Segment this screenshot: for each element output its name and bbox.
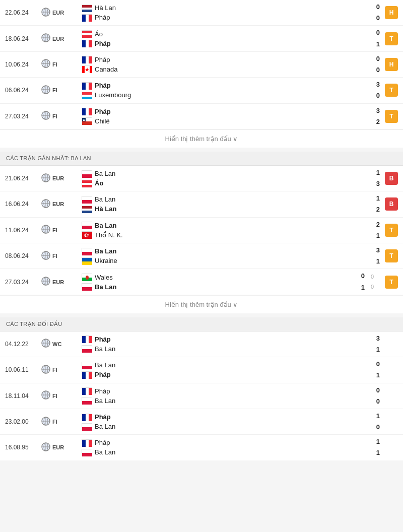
score2: 2 [376, 117, 380, 126]
team1-line: Pháp [82, 386, 360, 396]
team2-line: Ba Lan [82, 344, 360, 354]
team1-flag [82, 30, 92, 37]
team2-name: Pháp [95, 40, 111, 47]
team1-line: Áo [82, 29, 360, 39]
team1-flag [82, 108, 92, 115]
competition: EUR [41, 277, 82, 287]
team2-flag [82, 180, 92, 187]
team1-name: Ba Lan [95, 170, 115, 177]
scores: 31 [360, 246, 380, 266]
scores: 30 [360, 80, 380, 100]
show-more-button[interactable]: Hiển thị thêm trận đấu ∨ [0, 129, 403, 148]
svg-rect-6 [82, 10, 92, 12]
penalty1: 0 [371, 273, 374, 281]
svg-rect-65 [82, 196, 92, 200]
team2-flag [82, 14, 92, 21]
competition-globe-icon [41, 111, 50, 121]
competition-globe-icon [41, 417, 50, 427]
team1-name: Pháp [95, 336, 111, 343]
svg-rect-59 [82, 183, 92, 185]
teams: PhápBa Lan [82, 412, 360, 431]
team2-flag [82, 206, 92, 213]
team2-name: Ukraine [95, 257, 117, 264]
scores: 21 [360, 220, 380, 240]
svg-rect-26 [89, 56, 92, 63]
svg-rect-46 [86, 108, 89, 115]
svg-rect-19 [89, 40, 92, 47]
teams: Ba LanHà Lan [82, 194, 360, 214]
svg-rect-17 [82, 40, 86, 47]
svg-rect-40 [82, 97, 92, 99]
svg-rect-140 [82, 449, 92, 453]
competition: FI [41, 59, 82, 70]
team2-flag [82, 231, 92, 238]
scores: 01 [360, 360, 380, 380]
score2: 1 [361, 283, 365, 292]
svg-rect-16 [82, 35, 92, 38]
competition-globe-icon [41, 225, 50, 235]
svg-rect-35 [82, 83, 86, 90]
score2: 3 [376, 179, 380, 188]
match-date: 08.06.24 [5, 252, 41, 259]
team2-name: Thổ N. K. [95, 231, 123, 239]
competition: FI [41, 365, 82, 375]
result-badge: H [385, 58, 398, 71]
team2-name: Pháp [95, 14, 110, 21]
team2-name: Pháp [95, 371, 111, 378]
team2-name: Ba Lan [95, 283, 116, 291]
team1-line: Pháp [82, 412, 360, 422]
team2-line: Pháp [82, 370, 360, 379]
svg-point-78 [86, 234, 88, 237]
section-doi-dau: Các trận đối đầu04.12.22 WCPhápBa Lan311… [0, 317, 403, 460]
competition-globe-icon [41, 365, 50, 375]
svg-rect-8 [86, 15, 89, 22]
team1-name: Ba Lan [95, 361, 115, 369]
svg-rect-14 [82, 31, 92, 33]
score2: 0 [376, 91, 380, 100]
svg-rect-132 [82, 427, 92, 431]
svg-rect-114 [89, 372, 92, 379]
team2-name: Chilê [95, 117, 110, 125]
svg-rect-141 [82, 453, 92, 456]
svg-rect-130 [89, 414, 92, 421]
show-more-button[interactable]: Hiển thị thêm trận đấu ∨ [0, 295, 403, 313]
match-row: 23.02.00 FIPhápBa Lan10 [0, 409, 403, 435]
competition-globe-icon [41, 251, 50, 261]
competition-globe-icon [41, 85, 50, 96]
team1-flag [82, 5, 92, 12]
team1-line: Pháp [82, 81, 360, 90]
match-row: 27.03.24 EURWalesBa Lan0100T [0, 269, 403, 295]
score2: 1 [376, 345, 380, 354]
team1-flag [82, 222, 92, 229]
scores: 12 [360, 194, 380, 214]
team1-line: Hà Lan [82, 3, 360, 13]
svg-rect-75 [82, 226, 92, 229]
scores: 00 [360, 3, 380, 23]
svg-rect-45 [82, 108, 86, 115]
svg-rect-119 [82, 388, 86, 395]
competition: EUR [41, 442, 82, 453]
svg-rect-131 [82, 424, 92, 427]
team2-line: Ba Lan [82, 396, 360, 406]
score1: 1 [376, 412, 380, 421]
score2: 0 [376, 397, 380, 406]
team1-line: Ba Lan [82, 360, 360, 370]
team1-name: Pháp [95, 387, 110, 395]
penalty2: 0 [371, 283, 374, 291]
score1: 3 [376, 246, 380, 255]
team1-line: Wales [82, 273, 345, 282]
team2-name: Ba Lan [95, 423, 115, 430]
team2-line: Ukraine [82, 256, 360, 265]
team2-line: Ba Lan [82, 282, 345, 292]
score1: 0 [376, 3, 380, 12]
teams: PhápBa Lan [82, 335, 360, 354]
result-badge: T [385, 110, 398, 123]
teams: ÁoPháp [82, 29, 360, 48]
team2-line: Thổ N. K. [82, 230, 360, 240]
svg-rect-37 [89, 83, 92, 90]
svg-rect-86 [82, 258, 92, 261]
svg-rect-123 [82, 401, 92, 405]
team2-flag [82, 283, 92, 290]
team1-line: Pháp [82, 107, 360, 116]
competition-label: EUR [52, 175, 64, 181]
